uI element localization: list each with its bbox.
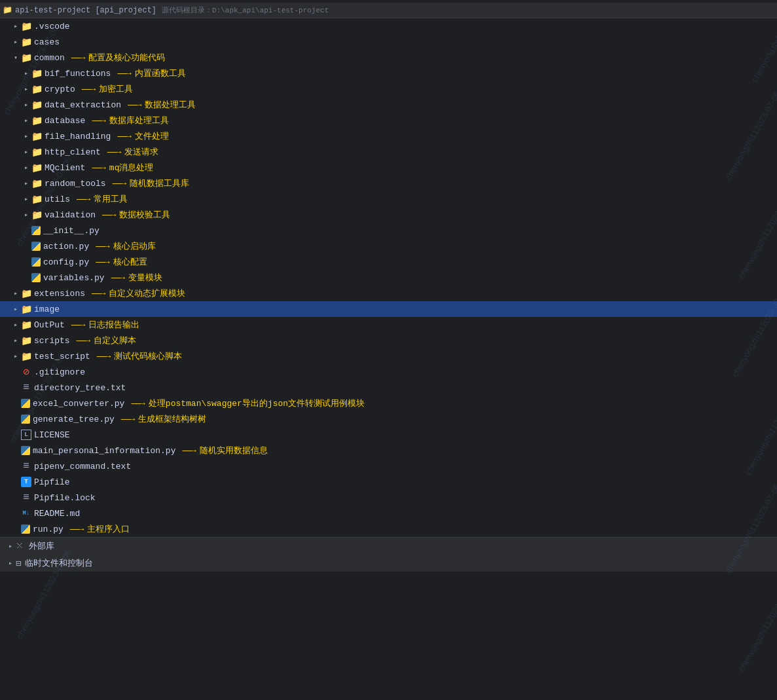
folder-icon: 📁 (31, 131, 42, 141)
annotation-text-generate_tree: 生成框架结构树树 (138, 413, 206, 425)
folder-icon: 📁 (31, 178, 42, 189)
tree-item-excel_converter[interactable]: excel_converter.py 处理postman\swagger导出的j… (0, 396, 777, 411)
annotation-text-http_client: 发送请求 (124, 146, 158, 158)
item-name-cases: cases (34, 37, 60, 47)
tree-item-__init__[interactable]: __init__.py (0, 223, 777, 238)
tree-item-extensions[interactable]: 📁extensions 自定义动态扩展模块 (0, 286, 777, 301)
annotation-arrow-OutPut (71, 320, 84, 330)
tree-item-vscode[interactable]: 📁.vscode (0, 18, 777, 34)
item-name-LICENSE: LICENSE (34, 430, 70, 440)
annotation-text-crypto: 加密工具 (99, 83, 133, 95)
arrow-validation[interactable] (21, 211, 31, 219)
temp-console-label: 临时文件和控制台 (25, 557, 93, 569)
item-name-action: action.py (43, 242, 89, 251)
annotation-database: 数据库处理工具 (88, 115, 168, 126)
item-name-gitignore: .gitignore (34, 367, 85, 377)
tree-item-database[interactable]: 📁database 数据库处理工具 (0, 113, 777, 128)
arrow-image[interactable] (10, 305, 21, 313)
annotation-variables: 变量模块 (107, 272, 162, 284)
python-icon (21, 414, 30, 424)
markdown-icon: M↓ (21, 508, 31, 519)
txt-icon: ≡ (21, 492, 31, 503)
arrow-cases[interactable] (10, 38, 21, 46)
external-lib-item[interactable]: ⛌ 外部库 (0, 538, 777, 555)
tree-item-test_script[interactable]: 📁test_script 测试代码核心脚本 (0, 348, 777, 364)
tree-item-variables[interactable]: variables.py 变量模块 (0, 270, 777, 286)
tree-item-Pipfile[interactable]: TPipfile (0, 474, 777, 490)
item-name-file_handling: file_handling (45, 132, 111, 141)
txt-icon: ≡ (21, 382, 31, 393)
tree-item-image[interactable]: 📁image (0, 301, 777, 317)
arrow-file_handling[interactable] (21, 132, 31, 140)
folder-icon: 📁 (31, 84, 42, 94)
folder-icon: 📁 (31, 68, 42, 79)
annotation-text-main_personal: 随机实用数据信息 (200, 445, 268, 456)
item-name-README: README.md (34, 509, 80, 519)
item-name-test_script: test_script (34, 352, 90, 361)
tree-item-run[interactable]: run.py 主程序入口 (0, 521, 777, 537)
annotation-arrow-excel_converter (131, 399, 144, 409)
tree-container: 📁.vscode📁cases📁common 配置及核心功能代码 📁bif_fun… (0, 18, 777, 537)
item-name-excel_converter: excel_converter.py (33, 399, 124, 409)
item-name-utils: utils (45, 194, 70, 204)
license-icon: L (21, 430, 31, 440)
annotation-text-variables: 变量模块 (128, 272, 162, 284)
arrow-crypto[interactable] (21, 85, 31, 93)
arrow-common[interactable] (10, 54, 21, 62)
tree-item-crypto[interactable]: 📁crypto 加密工具 (0, 81, 777, 97)
annotation-excel_converter: 处理postman\swagger导出的json文件转测试用例模块 (127, 397, 365, 409)
arrow-OutPut[interactable] (10, 321, 21, 329)
tree-item-directory_tree[interactable]: ≡directory_tree.txt (0, 380, 777, 396)
arrow-utils[interactable] (21, 195, 31, 203)
arrow-extensions[interactable] (10, 289, 21, 297)
tree-item-MQclient[interactable]: 📁MQclient mq消息处理 (0, 160, 777, 175)
tree-item-OutPut[interactable]: 📁OutPut 日志报告输出 (0, 317, 777, 333)
tree-item-README[interactable]: M↓README.md (0, 506, 777, 521)
tree-item-gitignore[interactable]: ⊘.gitignore (0, 364, 777, 380)
arrow-database[interactable] (21, 117, 31, 124)
tree-item-file_handling[interactable]: 📁file_handling 文件处理 (0, 128, 777, 144)
item-name-extensions: extensions (34, 289, 85, 299)
tree-item-main_personal[interactable]: main_personal_information.py 随机实用数据信息 (0, 443, 777, 458)
item-name-config: config.py (43, 257, 89, 267)
tree-item-validation[interactable]: 📁validation 数据校验工具 (0, 207, 777, 223)
annotation-file_handling: 文件处理 (113, 130, 168, 142)
item-name-MQclient: MQclient (45, 163, 85, 173)
arrow-MQclient[interactable] (21, 164, 31, 172)
annotation-common: 配置及核心功能代码 (67, 52, 165, 64)
file-tree[interactable]: 📁 api-test-project [api_project] 源代码根目录：… (0, 0, 777, 700)
tree-item-action[interactable]: action.py 核心启动库 (0, 238, 777, 254)
bottom-section: ⛌ 外部库 ⊟ 临时文件和控制台 (0, 537, 777, 572)
tree-item-cases[interactable]: 📁cases (0, 34, 777, 50)
tree-item-generate_tree[interactable]: generate_tree.py 生成框架结构树树 (0, 411, 777, 427)
root-folder-icon: 📁 (3, 5, 12, 15)
tree-item-common[interactable]: 📁common 配置及核心功能代码 (0, 50, 777, 65)
annotation-arrow-crypto (82, 84, 95, 94)
annotation-run: 主程序入口 (66, 523, 130, 535)
tree-item-pipenv_command[interactable]: ≡pipenv_command.text (0, 458, 777, 474)
arrow-scripts[interactable] (10, 337, 21, 344)
annotation-text-random_tools: 随机数据工具库 (130, 177, 189, 189)
temp-console-item[interactable]: ⊟ 临时文件和控制台 (0, 555, 777, 572)
annotation-arrow-main_personal (182, 446, 195, 456)
arrow-bif_functions[interactable] (21, 69, 31, 77)
arrow-http_client[interactable] (21, 148, 31, 156)
arrow-vscode[interactable] (10, 22, 21, 30)
arrow-data_extraction[interactable] (21, 101, 31, 109)
item-name-random_tools: random_tools (45, 179, 106, 189)
tree-item-random_tools[interactable]: 📁random_tools 随机数据工具库 (0, 175, 777, 191)
tree-item-data_extraction[interactable]: 📁data_extraction 数据处理工具 (0, 97, 777, 113)
tree-item-utils[interactable]: 📁utils 常用工具 (0, 191, 777, 207)
arrow-random_tools[interactable] (21, 179, 31, 187)
tree-item-http_client[interactable]: 📁http_client 发送请求 (0, 144, 777, 160)
folder-icon: 📁 (21, 21, 31, 31)
tree-item-scripts[interactable]: 📁scripts 自定义脚本 (0, 333, 777, 348)
tree-item-LICENSE[interactable]: LLICENSE (0, 427, 777, 443)
item-name-scripts: scripts (34, 336, 70, 346)
arrow-test_script[interactable] (10, 352, 21, 360)
item-name-data_extraction: data_extraction (45, 100, 121, 110)
tree-item-Pipfile_lock[interactable]: ≡Pipfile.lock (0, 490, 777, 506)
annotation-text-scripts: 自定义脚本 (94, 335, 136, 346)
tree-item-config[interactable]: config.py 核心配置 (0, 254, 777, 270)
tree-item-bif_functions[interactable]: 📁bif_functions 内置函数工具 (0, 65, 777, 81)
